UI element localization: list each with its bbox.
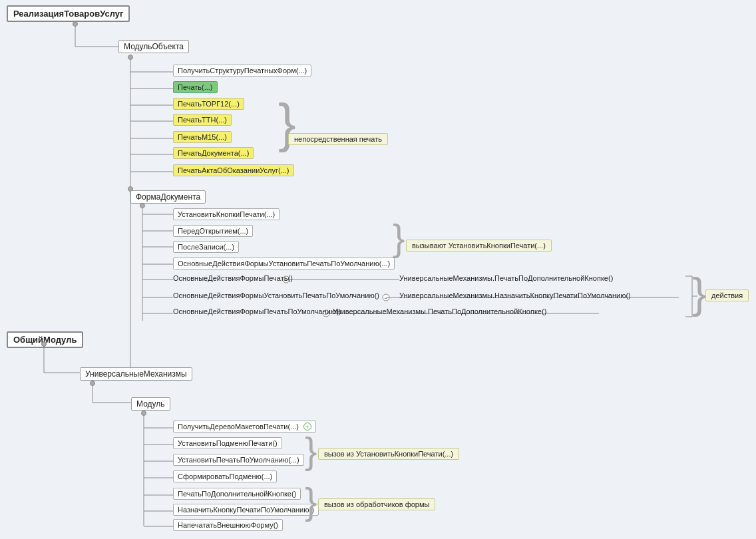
label-neposredstvennaya: непосредственная печать bbox=[288, 133, 388, 145]
node-naznachit-knopku: НазначитьКнопкуПечатиПоУмолчанию() bbox=[173, 504, 319, 516]
dot-formaDoc2 bbox=[140, 203, 145, 208]
node-pechat-po-dop: ПечатьПоДополнительнойКнопке() bbox=[173, 488, 301, 500]
row-pechat-po-right-text: УниверсальныеМеханизмы.ПечатьПоДополните… bbox=[333, 307, 546, 315]
row-pechat-1-right-text: УниверсальныеМеханизмы.ПечатьПоДополните… bbox=[399, 274, 613, 282]
universal-mex-label: УниверсальныеМеханизмы bbox=[80, 367, 192, 381]
svg-text:−: − bbox=[384, 295, 387, 301]
node-osnovnye-ustanovit: ОсновныеДействияФормыУстановитьПечатьПоУ… bbox=[173, 258, 395, 270]
node-poluchit-derevo: ПолучитьДеревоМакетовПечати(...) + bbox=[173, 421, 316, 433]
row-ustanovit-2: ОсновныеДействияФормыУстановитьПечатьПоУ… bbox=[173, 291, 379, 299]
label-deistviya: действия bbox=[705, 289, 749, 301]
node-pred-otkrytiem: ПередОткрытием(...) bbox=[173, 225, 253, 237]
row-pechat-1: ОсновныеДействияФормыПечать() bbox=[173, 274, 293, 282]
row-pechat-1-right: УниверсальныеМеханизмы.ПечатьПоДополните… bbox=[399, 274, 613, 282]
dot-modul bbox=[141, 411, 146, 416]
node-pechat-akta: ПечатьАктаОбОказанииУслуг(...) bbox=[173, 164, 294, 176]
brace-deistviya: } bbox=[692, 271, 707, 315]
label-vyzov-obr: вызов из обработчиков формы bbox=[318, 498, 435, 510]
node-pechat-ttn: ПечатьТТН(...) bbox=[173, 114, 232, 126]
node-sformirovat: СформироватьПодменю(...) bbox=[173, 470, 277, 482]
modul-obekta-label: МодульОбъекта bbox=[118, 40, 189, 53]
node-ustanovit-pechat: УстановитьПечатьПоУмолчанию(...) bbox=[173, 454, 304, 466]
dot-obshiy bbox=[41, 341, 47, 347]
row-pechat-1-left: ОсновныеДействияФормыПечать() bbox=[173, 274, 293, 282]
brace-vyzov-obr: } bbox=[305, 483, 317, 520]
modul-label: Модуль bbox=[131, 397, 170, 411]
node-pechat-documenta: ПечатьДокумента(...) bbox=[173, 147, 254, 159]
node-poluchit-strukturu: ПолучитьСтруктуруПечатныхФорм(...) bbox=[173, 65, 311, 77]
label-vyzov-ustanovit: вызов из УстановитьКнопкиПечати(...) bbox=[318, 448, 459, 460]
brace-vyzyvayut: } bbox=[393, 220, 405, 256]
node-posle-zapisi: ПослеЗаписи(...) bbox=[173, 241, 239, 253]
label-vyzyvayut: вызывают УстановитьКнопкиПечати(...) bbox=[406, 240, 552, 252]
realizaciya-label: РеализацияТоваровУслуг bbox=[7, 5, 130, 22]
node-pechat: Печать(...) bbox=[173, 81, 218, 93]
node-napechatat: НапечататьВнешнююФорму() bbox=[173, 519, 283, 531]
row-ustanovit-2-right: УниверсальныеМеханизмы.НазначитьКнопкуПе… bbox=[399, 291, 631, 299]
row-pechat-po: ОсновныеДействияФормыПечатьПоУмолчанию() bbox=[173, 307, 341, 315]
dot-universal bbox=[90, 381, 95, 386]
poluchit-derevo-text: ПолучитьДеревоМакетовПечати(...) bbox=[178, 423, 299, 431]
node-ustanovit-knopki: УстановитьКнопкиПечати(...) bbox=[173, 208, 280, 220]
node-pechat-torg12: ПечатьТОРГ12(...) bbox=[173, 98, 244, 110]
node-pechat-m15: ПечатьМ15(...) bbox=[173, 131, 232, 143]
diagram: − − − РеализацияТоваровУслуг МодульОбъек… bbox=[0, 0, 756, 539]
brace-vyzov-ustanovit: } bbox=[305, 433, 317, 469]
row-ustanovit-2-right-text: УниверсальныеМеханизмы.НазначитьКнопкуПе… bbox=[399, 291, 631, 299]
row-pechat-po-left: ОсновныеДействияФормыПечатьПоУмолчанию() bbox=[173, 307, 341, 315]
formaDoc-label: ФормаДокумента bbox=[130, 190, 206, 204]
node-ustanovit-podmenu: УстановитьПодменюПечати() bbox=[173, 437, 282, 449]
row-pechat-po-right: УниверсальныеМеханизмы.ПечатьПоДополните… bbox=[333, 307, 546, 315]
svg-point-34 bbox=[383, 294, 389, 301]
dot-modul-obekta bbox=[128, 55, 133, 60]
dot-realizaciya bbox=[73, 21, 78, 27]
row-ustanovit-2-left: ОсновныеДействияФормыУстановитьПечатьПоУ… bbox=[173, 291, 379, 299]
